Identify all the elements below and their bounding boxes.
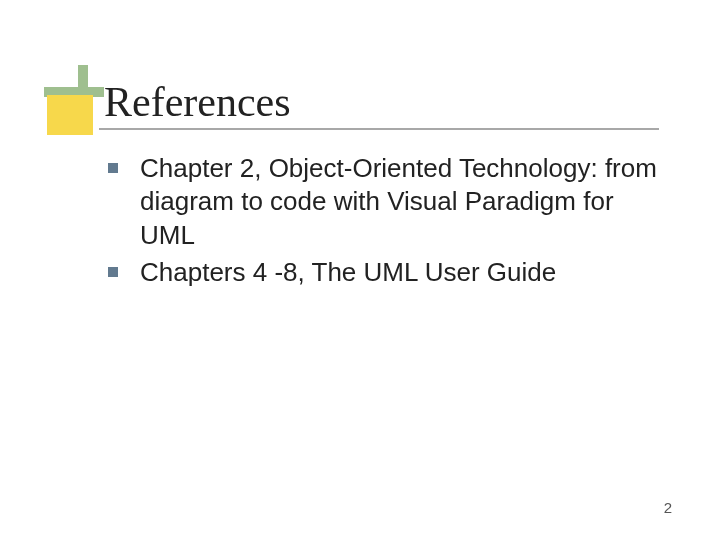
list-item-text: Chapters 4 -8, The UML User Guide [140, 256, 556, 289]
list-item-text: Chapter 2, Object-Oriented Technology: f… [140, 152, 668, 252]
content-area: Chapter 2, Object-Oriented Technology: f… [108, 152, 668, 293]
square-bullet-icon [108, 163, 118, 173]
list-item: Chapter 2, Object-Oriented Technology: f… [108, 152, 668, 252]
page-number: 2 [664, 499, 672, 516]
list-item: Chapters 4 -8, The UML User Guide [108, 256, 668, 289]
square-bullet-icon [108, 267, 118, 277]
slide-title: References [104, 78, 291, 126]
title-underline [99, 128, 659, 130]
decor-square [47, 95, 93, 135]
